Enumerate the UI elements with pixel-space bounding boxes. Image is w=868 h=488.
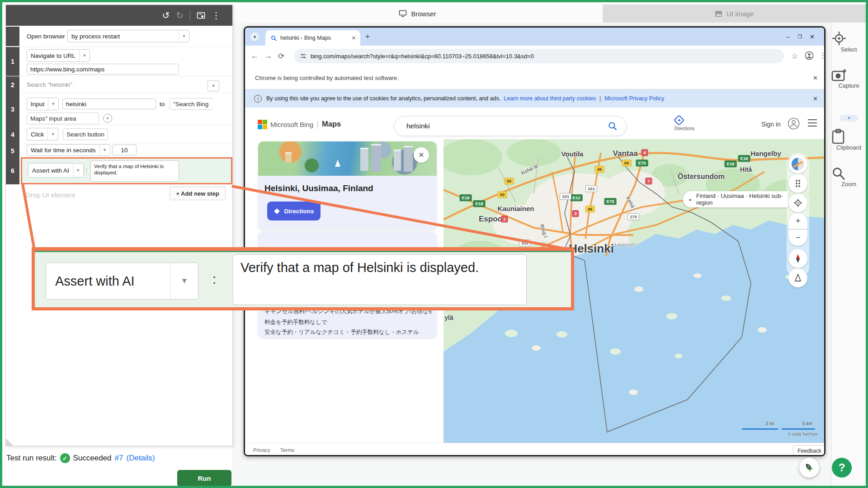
forward-icon[interactable]: → — [264, 52, 272, 61]
map-label-kyla: ylä — [444, 314, 453, 321]
bookmark-star-icon[interactable]: ☆ — [791, 52, 798, 61]
site-settings-icon[interactable] — [300, 53, 307, 59]
bing-header: Microsoft Bing | Maps helsinki Direction… — [245, 108, 824, 140]
account-icon[interactable] — [788, 117, 800, 130]
assistant-button[interactable] — [799, 458, 819, 478]
new-tab-icon[interactable]: + — [365, 32, 370, 41]
tool-capture[interactable]: Capture — [831, 68, 866, 89]
step3-target-chip-2[interactable]: Maps" input area — [27, 113, 99, 124]
minimize-icon[interactable]: – — [787, 33, 790, 40]
step3-target-chip[interactable]: "Search Bing — [170, 98, 213, 110]
step3-action-select[interactable]: Input ▼ — [27, 98, 59, 110]
step6-action-select[interactable]: Assert with AI ▼ — [28, 163, 84, 178]
chevron-down-icon: ▼ — [170, 263, 198, 299]
step3-to-label: to — [160, 101, 165, 108]
bing-brand[interactable]: Microsoft Bing — [270, 121, 313, 128]
hamburger-menu-icon[interactable] — [807, 119, 817, 127]
tab-browser[interactable]: Browser — [232, 5, 603, 23]
profile-icon[interactable] — [805, 51, 814, 60]
step6-assert-text[interactable]: Verify that a map of Helsinki is display… — [90, 160, 179, 182]
map-label-vantaa: Vantaa — [613, 149, 638, 158]
place-card-title: Helsinki, Uusimaa, Finland — [264, 183, 373, 193]
step4-target-chip[interactable]: Search button — [63, 128, 108, 140]
step6-assert-row: Assert with AI ▼ : Verify that a map of … — [21, 157, 232, 184]
close-icon[interactable]: ✕ — [810, 33, 815, 40]
maps-search-box[interactable]: helsinki — [394, 116, 627, 136]
tab-ui-image[interactable]: UI image — [603, 5, 866, 23]
row-divider — [19, 76, 232, 76]
step4-action-select[interactable]: Click ▼ — [27, 128, 58, 141]
scale-miles: 3 mi — [765, 421, 774, 426]
tool-clipboard[interactable]: Clipboard — [831, 129, 866, 151]
row-divider — [19, 47, 232, 47]
step3-expand-icon[interactable]: ▼ — [103, 114, 112, 123]
locate-me-button[interactable] — [788, 193, 807, 212]
open-browser-label: Open browser — [27, 33, 65, 40]
callout-assert-text[interactable]: Verify that a map of Helsinki is display… — [233, 254, 527, 305]
chrome-tab[interactable]: helsinki - Bing Maps ✕ — [265, 30, 360, 46]
step-number-3: 3 — [6, 93, 19, 125]
undo-icon[interactable]: ↺ — [162, 11, 170, 20]
feedback-button[interactable]: Feedback — [793, 445, 826, 456]
card-close-icon[interactable]: ✕ — [414, 147, 429, 163]
image-icon — [715, 10, 722, 17]
result-label: Test run result: — [6, 454, 57, 463]
terms-link[interactable]: Terms — [280, 447, 294, 453]
step-number-5: 5 — [6, 144, 19, 157]
help-button[interactable]: ? — [832, 458, 852, 478]
reload-icon[interactable]: ⟳ — [278, 52, 284, 61]
tool-zoom[interactable]: Zoom — [831, 166, 866, 188]
callout-action-select[interactable]: Assert with AI ▼ — [46, 263, 198, 300]
back-icon[interactable]: ← — [251, 52, 259, 61]
tilt-button[interactable] — [788, 268, 807, 287]
step-number-open — [6, 27, 19, 46]
step1-action-select[interactable]: Navigate to URL ▼ — [27, 49, 90, 62]
tab-close-icon[interactable]: ✕ — [352, 35, 356, 41]
kebab-menu-icon[interactable]: ⋮ — [212, 11, 221, 20]
capture-options-dropdown[interactable]: ▼ — [840, 115, 859, 122]
compass-button[interactable] — [788, 249, 807, 268]
cookie-close-icon[interactable]: ✕ — [813, 95, 818, 102]
card-directions-button[interactable]: Directions — [267, 202, 321, 221]
drop-ui-element-zone[interactable]: Drop UI element — [26, 191, 75, 199]
route-shield: 50 — [498, 191, 507, 198]
step5-action-select[interactable]: Wait for time in seconds ▼ — [27, 144, 110, 156]
result-run-id-link[interactable]: #7 — [115, 454, 123, 463]
step3-value-input[interactable]: helsinki — [62, 99, 156, 109]
sign-in-link[interactable]: Sign in — [761, 121, 781, 128]
cookie-learn-more-link[interactable]: Learn more about third party cookies — [504, 95, 596, 102]
zoom-out-button[interactable]: − — [788, 230, 807, 246]
traffic-button[interactable] — [788, 174, 807, 193]
step1-url-input[interactable]: https://www.bing.com/maps — [27, 64, 179, 75]
directions-control[interactable]: Directions — [674, 115, 695, 131]
zoom-in-button[interactable]: + — [788, 213, 807, 229]
redo-icon[interactable]: ↻ — [176, 11, 184, 20]
row-divider — [19, 125, 232, 125]
search-icon[interactable] — [608, 122, 617, 131]
open-browser-mode-select[interactable]: by process restart ▼ — [67, 30, 189, 42]
step5-seconds-input[interactable]: 10 — [112, 145, 137, 155]
url-field[interactable]: bing.com/maps/search?style=r&q=helsinki&… — [294, 49, 784, 63]
toolbar-divider — [190, 10, 190, 20]
map-style-button[interactable] — [788, 155, 807, 174]
privacy-policy-link[interactable]: Microsoft Privacy Policy — [604, 95, 664, 102]
result-details-link[interactable]: (Details) — [127, 454, 155, 463]
run-button[interactable]: Run — [177, 470, 231, 487]
route-shield: E75 — [604, 198, 617, 205]
browser-menu-icon[interactable]: ⋮ — [819, 51, 826, 60]
automation-infobar: Chrome is being controlled by automated … — [245, 66, 824, 89]
map-breadcrumb[interactable]: ▸ Finland · Uusimaa · Helsinki sub-regio… — [683, 191, 788, 207]
save-icon[interactable] — [197, 11, 205, 20]
ad-line-3: 安全な予約・リアルなクチコミ・予約手数料なし・ホステル — [264, 328, 432, 336]
step2-expand-dropdown[interactable]: ▼ — [208, 80, 219, 91]
route-shield: E12 — [571, 194, 583, 201]
privacy-link[interactable]: Privacy — [253, 447, 270, 453]
restore-icon[interactable]: ❐ — [797, 34, 802, 40]
infobar-close-icon[interactable]: ✕ — [813, 75, 818, 81]
maps-search-value: helsinki — [406, 122, 430, 130]
tool-select[interactable]: Select — [831, 31, 866, 53]
bing-product[interactable]: Maps — [322, 120, 341, 128]
add-new-step-button[interactable]: + Add new step — [170, 187, 226, 200]
tab-search-chevron[interactable]: ▼ — [250, 33, 259, 41]
route-shield: E18 — [738, 155, 750, 162]
